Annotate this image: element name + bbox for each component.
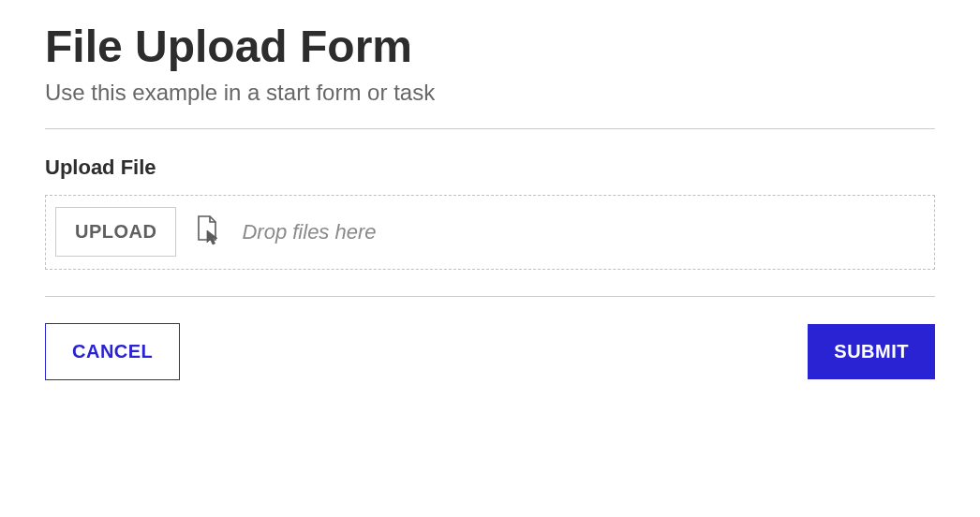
form-container: File Upload Form Use this example in a s… — [0, 0, 980, 403]
page-subtitle: Use this example in a start form or task — [45, 80, 935, 106]
drop-hint-text: Drop files here — [242, 220, 376, 244]
file-dropzone[interactable]: UPLOAD Drop files here — [45, 195, 935, 270]
form-footer: CANCEL SUBMIT — [45, 296, 935, 380]
cancel-button[interactable]: CANCEL — [45, 323, 180, 380]
header-divider — [45, 128, 935, 129]
file-cursor-icon — [195, 214, 223, 250]
upload-section-label: Upload File — [45, 155, 935, 180]
submit-button[interactable]: SUBMIT — [808, 324, 935, 379]
page-title: File Upload Form — [45, 22, 935, 72]
upload-button[interactable]: UPLOAD — [55, 207, 176, 257]
